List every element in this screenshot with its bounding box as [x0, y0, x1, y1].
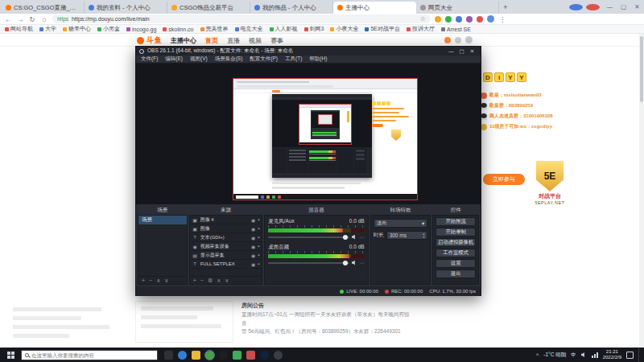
obs-app-icon[interactable] [274, 351, 283, 360]
message-icon[interactable] [455, 37, 461, 43]
speaker-icon[interactable] [352, 261, 357, 265]
start-button[interactable] [0, 348, 21, 362]
start-recording-button[interactable]: 开始录制 [436, 228, 476, 237]
bookmark-item[interactable]: 网站导航 [5, 25, 33, 33]
show-desktop-button[interactable] [638, 348, 642, 362]
source-properties-gear-icon[interactable]: ⚙ [208, 278, 213, 284]
source-row[interactable]: ▣图像 4◉▪ [190, 216, 262, 224]
menu-profile[interactable]: 配置文件(P) [250, 56, 278, 63]
ime-indicator[interactable]: 中 [571, 352, 576, 359]
visibility-eye-icon[interactable]: ◉ [251, 253, 255, 258]
channel-menu-icon[interactable]: ⋯ [360, 260, 365, 265]
settings-button[interactable]: 设置 [436, 259, 476, 268]
file-explorer-icon[interactable] [192, 351, 200, 360]
site-nav-match[interactable]: 赛事 [270, 36, 283, 45]
edge-browser-icon[interactable] [178, 351, 187, 360]
scrollbar-thumb[interactable] [640, 36, 643, 102]
slider-handle[interactable] [343, 235, 348, 240]
visibility-eye-icon[interactable]: ◉ [251, 244, 255, 249]
scene-up-button[interactable]: ∧ [156, 278, 160, 284]
search-input[interactable] [31, 352, 154, 358]
netease-music-icon[interactable] [246, 351, 255, 360]
bookmark-item[interactable]: 小黑盒 [97, 25, 120, 33]
menu-view[interactable]: 视图(V) [190, 56, 208, 63]
studio-mode-button[interactable]: 工作室模式 [436, 249, 476, 257]
obs-maximize-button[interactable]: ▢ [456, 48, 467, 55]
lock-icon[interactable]: ▪ [258, 226, 259, 231]
douyu-logo[interactable]: 斗鱼 [137, 35, 162, 46]
volume-slider[interactable] [268, 237, 349, 238]
browser-account-icon[interactable] [569, 4, 583, 10]
extension-icon[interactable] [456, 16, 462, 23]
bookmark-item[interactable]: 小夜大全 [330, 25, 358, 33]
bookmark-item[interactable]: 大学 [39, 25, 56, 33]
lock-icon[interactable]: ▪ [258, 217, 259, 222]
menu-help[interactable]: 帮助(H) [309, 56, 327, 63]
user-avatar[interactable] [465, 36, 473, 43]
obs-minimize-button[interactable]: — [446, 48, 456, 55]
add-source-button[interactable]: + [193, 278, 196, 283]
site-nav-video[interactable]: 视频 [249, 36, 262, 45]
menu-scene-collection[interactable]: 场景集合(S) [215, 56, 243, 63]
action-center-icon[interactable] [626, 352, 634, 359]
obs-title-bar[interactable]: OBS 26.1.1 (64-bit, windows) - 配置文件: 未命名… [136, 47, 481, 56]
extension-icon[interactable] [477, 16, 483, 23]
maximize-button[interactable]: ▢ [617, 0, 630, 14]
remove-source-button[interactable]: − [200, 278, 204, 283]
lock-icon[interactable]: ▪ [258, 261, 259, 266]
minimize-button[interactable]: — [603, 0, 617, 14]
channel-menu-icon[interactable]: ⋯ [360, 234, 365, 240]
exit-button[interactable]: 退出 [436, 269, 476, 278]
virtual-camera-button[interactable]: 启动虚拟摄像机 [436, 238, 476, 247]
extension-icon[interactable] [435, 16, 441, 23]
source-row[interactable]: ▤显示器采集◉▪ [190, 251, 262, 260]
browser-menu-icon[interactable]: ⋮ [498, 15, 506, 23]
refresh-icon[interactable]: ↻ [28, 15, 36, 23]
tab-skin-trade[interactable]: CSGO饰品交易平台 [167, 2, 250, 14]
menu-edit[interactable]: 编辑(E) [165, 56, 183, 63]
bookmark-item[interactable]: 投诉大厅 [407, 25, 435, 33]
lock-icon[interactable]: ▪ [258, 253, 259, 257]
qq-icon[interactable] [219, 351, 228, 360]
tab-csgo-live[interactable]: CS:GO_CSGO直播_CS:G… [2, 2, 85, 14]
new-tab-button[interactable]: + [499, 2, 512, 14]
bookmark-item[interactable]: 人人影视 [270, 25, 298, 33]
bookmark-item[interactable]: 糖果中心 [63, 25, 91, 33]
scene-down-button[interactable]: ∨ [164, 278, 168, 284]
chrome-browser-icon[interactable] [205, 351, 214, 360]
spinner-arrows[interactable]: ▴▾ [423, 232, 424, 239]
task-view-icon[interactable] [164, 351, 173, 360]
tab-my-items[interactable]: 我的饰品 - 个人中心 [250, 2, 333, 14]
add-scene-button[interactable]: + [142, 278, 145, 283]
site-nav-home[interactable]: 首页 [205, 36, 218, 45]
page-scrollbar[interactable] [639, 34, 644, 348]
start-streaming-button[interactable]: 开始推流 [436, 217, 476, 226]
volume-slider[interactable] [268, 262, 349, 264]
transition-select[interactable]: 淡出 ▾ [374, 219, 428, 228]
weather-widget[interactable]: -1°C 晴朗 [543, 352, 566, 359]
bookmark-item[interactable]: 5E对战平台 [365, 25, 400, 33]
bookmark-item[interactable]: 完美世界 [200, 25, 229, 33]
tab-web-directory[interactable]: 网页大全 [416, 2, 499, 14]
close-button[interactable]: ✕ [630, 0, 644, 14]
scene-item[interactable]: 场景 [138, 216, 187, 224]
taskbar-search[interactable] [21, 350, 158, 360]
obs-close-button[interactable]: ✕ [467, 48, 477, 55]
visibility-eye-icon[interactable]: ◉ [251, 261, 255, 267]
visibility-eye-icon[interactable]: ◉ [251, 226, 255, 232]
forward-icon[interactable]: → [16, 15, 24, 23]
volume-icon[interactable] [581, 352, 587, 357]
source-row[interactable]: TFULL SETPLEX◉▪ [190, 260, 262, 269]
obs-preview[interactable] [136, 64, 481, 204]
wechat-icon[interactable] [233, 351, 242, 360]
bookmark-item[interactable]: 电竞大全 [235, 25, 263, 33]
steam-icon[interactable] [260, 351, 269, 360]
browser-profile-avatar[interactable] [487, 15, 494, 23]
join-button[interactable]: 立即参与 [483, 174, 525, 185]
speaker-icon[interactable] [352, 235, 357, 240]
notification-icon[interactable] [444, 37, 451, 43]
source-up-button[interactable]: ∧ [217, 278, 221, 284]
url-input[interactable]: https https://mp.douyu.com/live/main ☆ [52, 14, 431, 23]
menu-tools[interactable]: 工具(T) [285, 56, 302, 63]
tray-expand-icon[interactable]: ^ [536, 352, 539, 358]
